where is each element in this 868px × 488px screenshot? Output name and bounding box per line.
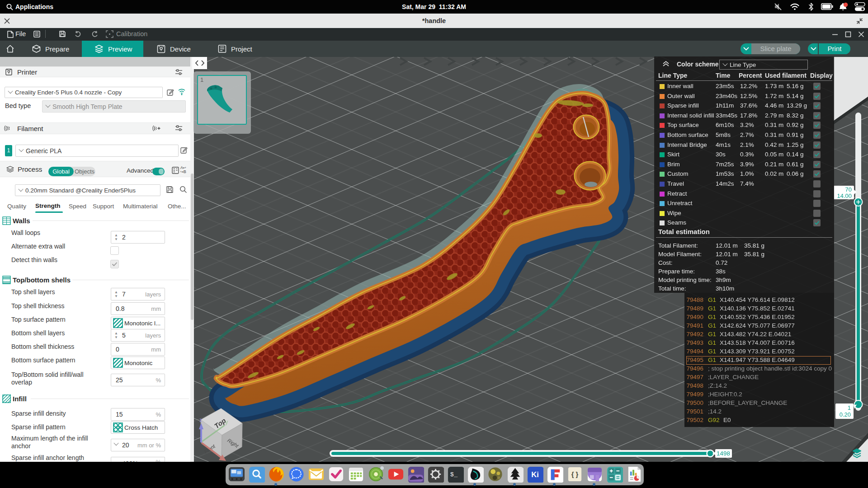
svg-text:1: 1 bbox=[848, 404, 851, 411]
svg-text:$_: $_ bbox=[450, 471, 458, 478]
svg-text:1498: 1498 bbox=[717, 450, 730, 457]
svg-text:70: 70 bbox=[845, 186, 852, 193]
svg-text:0.20: 0.20 bbox=[840, 411, 851, 418]
svg-text:{ }: { } bbox=[571, 471, 579, 478]
svg-text:14.00: 14.00 bbox=[837, 192, 852, 199]
svg-text:z: z bbox=[199, 417, 203, 423]
svg-text:y: y bbox=[225, 418, 228, 425]
svg-text:Ki: Ki bbox=[531, 470, 539, 479]
